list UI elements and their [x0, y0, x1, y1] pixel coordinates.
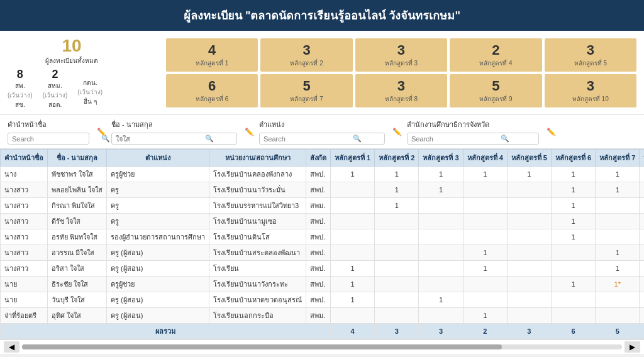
table-cell [640, 229, 644, 245]
table-cell: ครู (ผู้สอน) [107, 261, 209, 277]
table-cell: รองผู้อำนวยการสถานการศึกษา [107, 229, 209, 245]
table-cell [507, 198, 551, 214]
table-cell: โรงเรียนบ้านคลองพังกลาง [209, 167, 306, 182]
table-cell: นางสาว [1, 214, 48, 229]
table-cell: 1 [463, 261, 507, 277]
table-cell: สพป. [306, 182, 331, 198]
column-header: หลักสูตรที่ 2 [375, 150, 419, 167]
scroll-left-btn[interactable]: ◀ [4, 341, 19, 353]
course-grid: 4หลักสูตรที่ 13หลักสูตรที่ 23หลักสูตรที่… [166, 38, 636, 107]
table-cell: สพป. [306, 277, 331, 292]
table-cell: 1 [463, 308, 507, 324]
table-cell [419, 214, 463, 229]
table-cell: ครู [107, 198, 209, 214]
table-cell: โรงเรียนบ้านนาวังกระทะ [209, 277, 306, 292]
table-cell: นาย [1, 277, 48, 292]
page-title: ผู้ลงทะเบียน "ตลาดนัดการเรียนรู้ออนไลน์ … [184, 9, 460, 22]
table-cell [463, 292, 507, 308]
table-cell [552, 261, 596, 277]
data-table: คำนำหน้าชื่อชื่อ - นามสกุลตำแหน่งหน่วยงา… [0, 149, 644, 339]
table-cell [419, 277, 463, 292]
table-row: นางสาวอริสา ใจใสครู (ผู้สอน)โรงเรียนสพป.… [1, 261, 645, 277]
table-cell: 1 [596, 182, 640, 198]
table-cell: 1 [375, 182, 419, 198]
prefix-edit-icon[interactable]: ✏️ [97, 128, 106, 136]
table-cell [552, 245, 596, 261]
scroll-bar: ◀ ▶ [0, 339, 644, 354]
table-cell: สพป. [306, 214, 331, 229]
column-header: หน่วยงาน/สถานศึกษา [209, 150, 306, 167]
table-cell [596, 308, 640, 324]
table-cell: 1 [331, 277, 375, 292]
stat-spp: 8 สพ. (เว้นว่าง) สช. [8, 68, 33, 109]
table-cell: โรงเรียนบ้านสระตลองพัฒนา [209, 245, 306, 261]
table-cell: ครู (ผู้สอน) [107, 245, 209, 261]
table-cell [596, 214, 640, 229]
table-cell: 1 [331, 167, 375, 182]
table-cell [375, 229, 419, 245]
table-cell: สพป. [306, 245, 331, 261]
name-edit-icon[interactable]: ✏️ [245, 128, 254, 136]
position-edit-icon[interactable]: ✏️ [392, 128, 402, 136]
filter-prefix-wrap[interactable]: 🔍 [8, 133, 89, 145]
course-cell: 3หลักสูตรที่ 5 [545, 38, 636, 72]
table-cell [640, 182, 644, 198]
table-cell [507, 277, 551, 292]
table-cell [507, 182, 551, 198]
filter-prefix-input[interactable] [12, 135, 99, 143]
table-cell [640, 198, 644, 214]
table-cell: ครู [107, 214, 209, 229]
table-cell [463, 229, 507, 245]
column-header: หลักสูตรที่ 4 [463, 150, 507, 167]
table-cell [419, 308, 463, 324]
table-cell: 1 [419, 167, 463, 182]
table-cell: 1 [419, 182, 463, 198]
filter-office-input[interactable] [411, 135, 498, 143]
table-cell: พลอยไพลิน ใจใส [48, 182, 107, 198]
table-cell [419, 245, 463, 261]
table-row: นางสาวอวรรณ มีใจใสครู (ผู้สอน)โรงเรียนบ้… [1, 245, 645, 261]
table-cell: 1 [596, 245, 640, 261]
column-header: หลักสูตรที่ 1 [331, 150, 375, 167]
table-cell: โรงเรียนบ้านดินโส [209, 229, 306, 245]
filter-name-wrap[interactable]: 🔍 [111, 133, 237, 145]
table-cell [331, 214, 375, 229]
column-header: หลักสูตรที่ 5 [507, 150, 551, 167]
table-row: นางสาวอรทัย พิมทใจใสรองผู้อำนวยการสถานกา… [1, 229, 645, 245]
filter-office-wrap[interactable]: 🔍 [407, 133, 539, 145]
stat-shm-value: 2 [52, 68, 58, 81]
table-cell [419, 229, 463, 245]
filter-prefix: คำนำหน้าชื่อ 🔍 [8, 119, 89, 145]
column-header: คำนำหน้าชื่อ [1, 150, 48, 167]
column-header: หลักสูตรที่ 6 [552, 150, 596, 167]
table-cell: ครูผู้ช่วย [107, 167, 209, 182]
table-cell [331, 198, 375, 214]
table-cell: โรงเรียน [209, 261, 306, 277]
table-cell: 1 [331, 292, 375, 308]
stat-spp-value: 8 [17, 68, 23, 81]
table-row: นางสาวดีรัช ใจใสครูโรงเรียนบ้านนามูเซอสพ… [1, 214, 645, 229]
scroll-right-btn[interactable]: ▶ [625, 341, 640, 353]
filter-position-input[interactable] [264, 135, 350, 143]
filter-position-wrap[interactable]: 🔍 [259, 133, 385, 145]
course-cell: 3หลักสูตรที่ 3 [355, 38, 447, 72]
filter-prefix-label: คำนำหน้าชื่อ [8, 119, 89, 130]
table-cell: พัชชาพร ใจใส [48, 167, 107, 182]
course-cell: 3หลักสูตรที่ 10 [545, 74, 636, 107]
course-cell: 5หลักสูตรที่ 7 [260, 74, 352, 107]
filter-name-input[interactable] [116, 135, 203, 143]
table-cell [375, 292, 419, 308]
table-row: นายธิระชัย ใจใสครูผู้ช่วยโรงเรียนบ้านนาว… [1, 277, 645, 292]
table-cell [596, 292, 640, 308]
office-edit-icon[interactable]: ✏️ [547, 128, 556, 136]
table-cell: 1 [552, 277, 596, 292]
column-header: ชื่อ - นามสกุล [48, 150, 107, 167]
table-cell: 1 [552, 182, 596, 198]
table-cell: สพม. [306, 308, 331, 324]
data-table-wrapper: คำนำหน้าชื่อชื่อ - นามสกุลตำแหน่งหน่วยงา… [0, 148, 644, 339]
table-cell [463, 182, 507, 198]
stats-row1: 8 สพ. (เว้นว่าง) สช. 2 สหม. (เว้นว่าง) ส… [8, 68, 103, 109]
table-cell: นางสาว [1, 261, 48, 277]
footer-cell: 2 [463, 324, 507, 339]
total-label: ผู้ลงทะเบียนทั้งหมด [45, 56, 98, 65]
